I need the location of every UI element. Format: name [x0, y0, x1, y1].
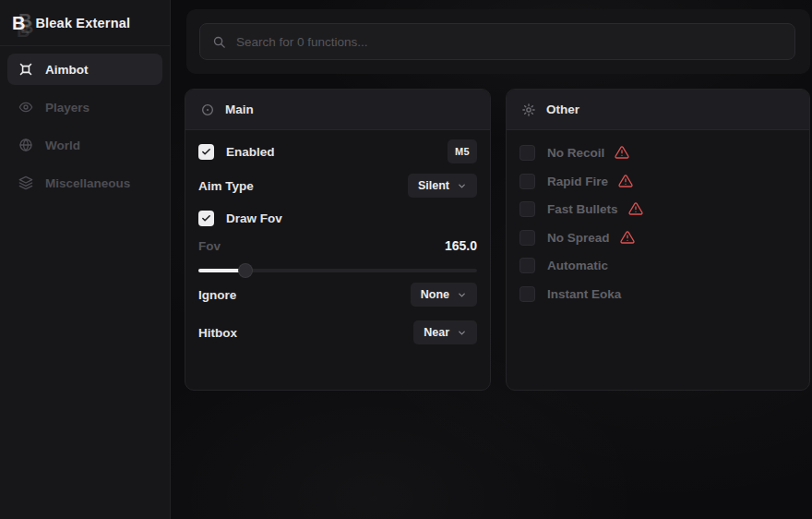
- panel-main: Main Enabled M5 Aim Type Silent: [185, 89, 491, 391]
- no-recoil-checkbox[interactable]: [519, 145, 535, 161]
- no-spread-label: No Spread: [547, 231, 610, 245]
- hitbox-label: Hitbox: [198, 326, 237, 340]
- draw-fov-row: Draw Fov: [198, 206, 477, 230]
- chevron-down-icon: [457, 181, 467, 191]
- globe-icon: [18, 138, 33, 152]
- enabled-label: Enabled: [226, 145, 275, 159]
- fov-slider[interactable]: [198, 263, 477, 278]
- crosshair-icon: [18, 62, 33, 77]
- hitbox-dropdown[interactable]: Near: [413, 320, 477, 344]
- search-panel: Search for 0 functions...: [186, 9, 810, 74]
- search-placeholder: Search for 0 functions...: [236, 35, 368, 49]
- rapid-fire-label: Rapid Fire: [547, 175, 608, 188]
- draw-fov-checkbox[interactable]: [198, 211, 214, 226]
- warning-icon: [615, 145, 629, 160]
- ignore-value: None: [421, 288, 449, 301]
- fast-bullets-label: Fast Bullets: [547, 202, 618, 216]
- search-input[interactable]: Search for 0 functions...: [199, 23, 795, 60]
- sidebar: B Bleak External Aimbot Play: [0, 0, 171, 519]
- fov-value: 165.0: [445, 238, 477, 253]
- warning-icon: [620, 230, 635, 245]
- sidebar-item-aimbot[interactable]: Aimbot: [7, 54, 162, 85]
- sidebar-item-miscellaneous[interactable]: Miscellaneous: [7, 167, 162, 199]
- search-icon: [212, 35, 226, 49]
- target-icon: [200, 103, 215, 117]
- no-spread-checkbox[interactable]: [519, 230, 535, 246]
- app-window: B Bleak External Aimbot Play: [0, 0, 812, 519]
- instant-eoka-checkbox[interactable]: [519, 286, 535, 302]
- warning-icon: [618, 174, 633, 188]
- chevron-down-icon: [457, 290, 467, 300]
- chevron-down-icon: [457, 328, 467, 338]
- instant-eoka-label: Instant Eoka: [547, 287, 621, 301]
- warning-icon: [628, 201, 643, 216]
- panel-title: Main: [225, 103, 254, 116]
- aim-type-dropdown[interactable]: Silent: [408, 174, 477, 198]
- ignore-label: Ignore: [198, 288, 236, 302]
- aim-type-label: Aim Type: [198, 179, 254, 193]
- automatic-row: Automatic: [519, 253, 796, 277]
- gear-icon: [521, 103, 536, 117]
- no-recoil-label: No Recoil: [547, 146, 604, 160]
- draw-fov-label: Draw Fov: [226, 211, 282, 225]
- sidebar-item-label: Aimbot: [45, 63, 89, 77]
- keybind-button[interactable]: M5: [448, 139, 477, 163]
- panel-title: Other: [546, 103, 579, 116]
- automatic-label: Automatic: [547, 259, 608, 272]
- ignore-dropdown[interactable]: None: [411, 283, 477, 307]
- fov-label: Fov: [198, 239, 221, 253]
- rapid-fire-checkbox[interactable]: [519, 174, 535, 189]
- no-recoil-row: No Recoil: [519, 140, 796, 164]
- fov-slider-thumb[interactable]: [238, 263, 253, 278]
- instant-eoka-row: Instant Eoka: [519, 282, 796, 306]
- enabled-checkbox[interactable]: [198, 144, 214, 160]
- hitbox-value: Near: [424, 326, 449, 339]
- sidebar-item-world[interactable]: World: [7, 129, 162, 161]
- sidebar-item-label: World: [45, 139, 80, 152]
- sidebar-item-label: Players: [45, 101, 90, 115]
- sidebar-nav: Aimbot Players World: [7, 54, 162, 205]
- ignore-row: Ignore None: [198, 283, 477, 307]
- brand: B Bleak External: [0, 0, 170, 46]
- eye-icon: [18, 100, 33, 115]
- aim-type-row: Aim Type Silent: [198, 174, 477, 198]
- sidebar-item-label: Miscellaneous: [45, 176, 130, 190]
- app-logo: B: [12, 14, 25, 32]
- aim-type-value: Silent: [418, 179, 449, 192]
- sidebar-item-players[interactable]: Players: [7, 91, 162, 123]
- app-title: Bleak External: [35, 16, 130, 30]
- automatic-checkbox[interactable]: [519, 258, 535, 273]
- fov-slider-fill: [198, 269, 245, 272]
- no-spread-row: No Spread: [519, 225, 796, 249]
- fov-slider-track[interactable]: [198, 269, 477, 272]
- panel-other-header: Other: [507, 90, 809, 130]
- fast-bullets-row: Fast Bullets: [519, 197, 796, 221]
- fov-row: Fov 165.0: [198, 235, 477, 256]
- fast-bullets-checkbox[interactable]: [519, 201, 535, 217]
- hitbox-row: Hitbox Near: [198, 320, 477, 344]
- panel-main-header: Main: [185, 90, 490, 130]
- enabled-row: Enabled M5: [198, 139, 477, 163]
- panel-other: Other No Recoil Rapid Fire Fast Bullets: [506, 89, 810, 391]
- rapid-fire-row: Rapid Fire: [519, 169, 796, 193]
- layers-icon: [18, 175, 33, 190]
